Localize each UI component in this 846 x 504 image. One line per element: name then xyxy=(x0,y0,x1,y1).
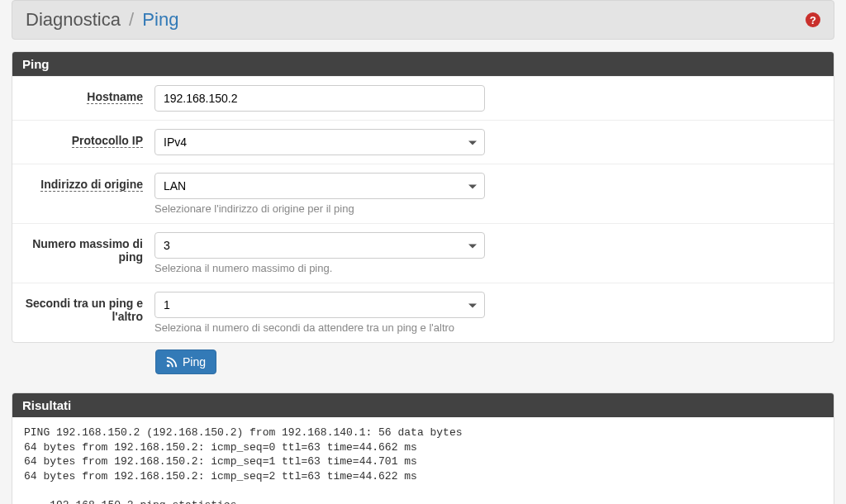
protocol-label: Protocollo IP xyxy=(22,129,154,147)
ping-panel: Ping Hostname Protocollo IP IPv4 Indiriz… xyxy=(12,51,834,343)
svg-point-0 xyxy=(167,364,170,368)
results-output: PING 192.168.150.2 (192.168.150.2) from … xyxy=(12,417,834,504)
maxping-select[interactable]: 3 xyxy=(154,232,485,259)
seconds-select[interactable]: 1 xyxy=(154,292,485,318)
maxping-row: Numero massimo di ping 3 Seleziona il nu… xyxy=(12,223,834,283)
seconds-label: Secondi tra un ping e l'altro xyxy=(22,292,154,323)
breadcrumb-main[interactable]: Diagnostica xyxy=(26,9,121,30)
hostname-input[interactable] xyxy=(154,85,485,112)
maxping-label: Numero massimo di ping xyxy=(22,232,154,264)
source-help: Selezionare l'indirizzo di origine per i… xyxy=(154,202,485,215)
help-icon[interactable]: ? xyxy=(806,12,820,27)
results-panel-title: Risultati xyxy=(12,393,834,417)
source-label: Indirizzo di origine xyxy=(22,173,154,191)
maxping-help: Seleziona il numero massimo di ping. xyxy=(154,262,485,274)
breadcrumb: Diagnostica / Ping xyxy=(26,9,178,31)
seconds-help: Seleziona il numero di secondi da attend… xyxy=(154,321,485,334)
protocol-row: Protocollo IP IPv4 xyxy=(12,120,834,164)
source-row: Indirizzo di origine LAN Selezionare l'i… xyxy=(12,164,834,223)
protocol-select[interactable]: IPv4 xyxy=(154,129,485,155)
ping-button[interactable]: Ping xyxy=(155,349,216,374)
hostname-row: Hostname xyxy=(12,76,834,120)
ping-panel-title: Ping xyxy=(12,52,834,76)
hostname-label: Hostname xyxy=(22,85,154,103)
results-panel: Risultati PING 192.168.150.2 (192.168.15… xyxy=(12,392,834,504)
breadcrumb-bar: Diagnostica / Ping ? xyxy=(12,0,834,40)
seconds-row: Secondi tra un ping e l'altro 1 Selezion… xyxy=(12,283,834,342)
breadcrumb-separator: / xyxy=(129,9,134,30)
source-select[interactable]: LAN xyxy=(154,173,485,199)
breadcrumb-current[interactable]: Ping xyxy=(142,9,178,30)
ping-button-label: Ping xyxy=(183,355,206,368)
ping-icon xyxy=(166,356,178,368)
